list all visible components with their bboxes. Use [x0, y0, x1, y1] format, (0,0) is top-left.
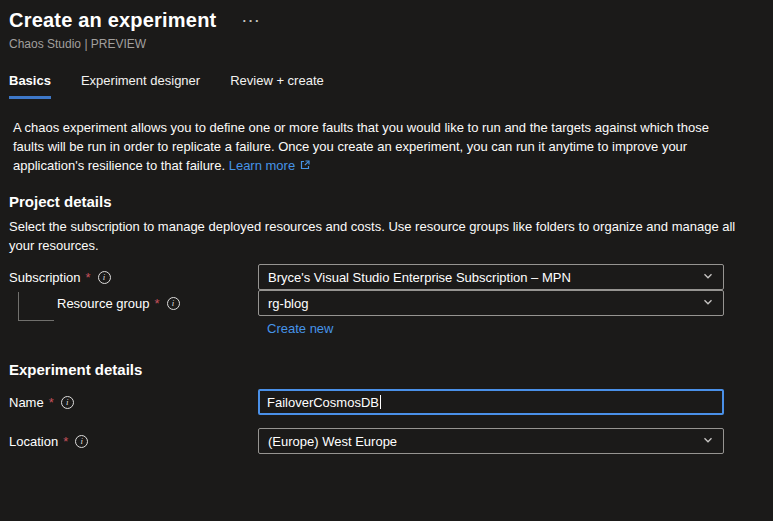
required-asterisk: *: [155, 296, 160, 311]
location-label: Location * i: [0, 434, 258, 449]
external-link-icon: [299, 157, 311, 176]
location-dropdown[interactable]: (Europe) West Europe: [258, 428, 724, 454]
chevron-down-icon: [702, 296, 714, 311]
subscription-selected-value: Bryce's Visual Studio Enterprise Subscri…: [268, 270, 571, 285]
info-icon[interactable]: i: [98, 271, 111, 284]
info-icon[interactable]: i: [167, 297, 180, 310]
page-title: Create an experiment: [9, 9, 216, 32]
required-asterisk: *: [86, 270, 91, 285]
project-details-description: Select the subscription to manage deploy…: [9, 217, 739, 255]
tab-basics[interactable]: Basics: [9, 73, 51, 99]
more-options-icon[interactable]: ···: [242, 16, 261, 26]
tab-experiment-designer[interactable]: Experiment designer: [81, 73, 200, 99]
tab-review-create[interactable]: Review + create: [230, 73, 324, 99]
chevron-down-icon: [702, 434, 714, 449]
resource-group-dropdown[interactable]: rg-blog: [258, 290, 724, 316]
resource-group-selected-value: rg-blog: [268, 296, 308, 311]
text-cursor: [380, 395, 381, 409]
create-new-link[interactable]: Create new: [267, 321, 333, 336]
wizard-tabs: Basics Experiment designer Review + crea…: [9, 73, 773, 99]
info-icon[interactable]: i: [75, 435, 88, 448]
info-icon[interactable]: i: [61, 396, 74, 409]
intro-text: A chaos experiment allows you to define …: [13, 120, 709, 173]
resource-group-row: Resource group * i rg-blog: [0, 290, 773, 316]
project-details-heading: Project details: [9, 193, 773, 210]
name-label: Name * i: [0, 395, 258, 410]
breadcrumb-subtitle: Chaos Studio | PREVIEW: [9, 37, 773, 51]
chevron-down-icon: [702, 270, 714, 285]
subscription-row: Subscription * i Bryce's Visual Studio E…: [0, 264, 773, 290]
subscription-label: Subscription * i: [0, 270, 258, 285]
name-input[interactable]: FailoverCosmosDB: [258, 389, 724, 415]
required-asterisk: *: [49, 395, 54, 410]
location-selected-value: (Europe) West Europe: [268, 434, 397, 449]
resource-group-connector-line: [18, 292, 54, 321]
location-row: Location * i (Europe) West Europe: [0, 428, 773, 454]
experiment-details-heading: Experiment details: [9, 361, 773, 378]
project-details-form: Subscription * i Bryce's Visual Studio E…: [0, 264, 773, 337]
page-header: Create an experiment ··· Chaos Studio | …: [0, 0, 773, 51]
name-row: Name * i FailoverCosmosDB: [0, 389, 773, 415]
experiment-details-form: Name * i FailoverCosmosDB Location * i (…: [0, 389, 773, 454]
learn-more-link[interactable]: Learn more: [229, 158, 311, 173]
required-asterisk: *: [63, 434, 68, 449]
intro-paragraph: A chaos experiment allows you to define …: [13, 118, 739, 176]
name-input-value: FailoverCosmosDB: [267, 395, 379, 410]
subscription-dropdown[interactable]: Bryce's Visual Studio Enterprise Subscri…: [258, 264, 724, 290]
